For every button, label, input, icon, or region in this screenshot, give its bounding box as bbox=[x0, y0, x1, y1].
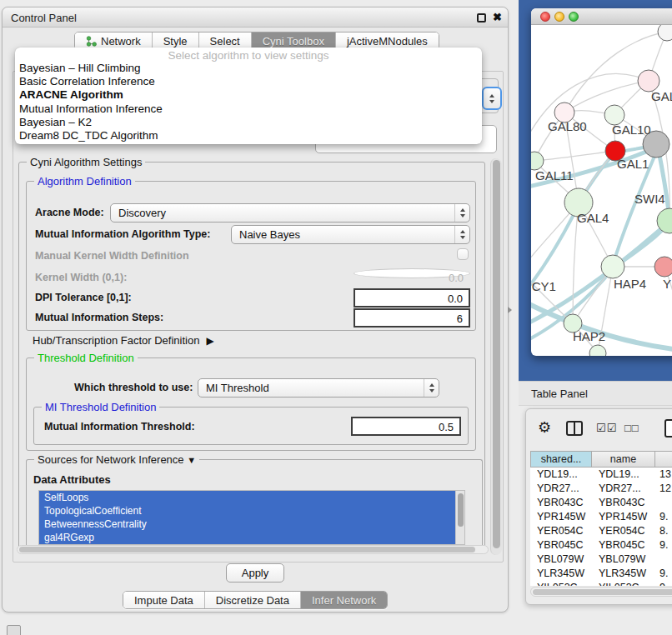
algorithm-option-highlighted[interactable]: ARACNE Algorithm bbox=[15, 88, 482, 102]
cyni-algorithm-settings-group: Cyni Algorithm Settings Algorithm Defini… bbox=[18, 162, 485, 553]
node-label: GCY1 bbox=[531, 279, 556, 293]
network-node-y-cut[interactable] bbox=[654, 257, 672, 277]
column-header-name[interactable]: name bbox=[592, 451, 655, 468]
table-panel-window: ⚙ ☑☑ □□ shared... name YDL19...YDL19...1… bbox=[525, 408, 672, 605]
algorithm-option[interactable]: Basic Correlation Inference bbox=[15, 75, 482, 88]
threshold-definition-group: Threshold Definition Which threshold to … bbox=[26, 358, 476, 451]
table-row[interactable]: YBR045CYBR045C9. bbox=[530, 538, 672, 552]
list-item[interactable]: TopologicalCoefficient bbox=[39, 504, 464, 518]
node-table: shared... name YDL19...YDL19...13 YDR27.… bbox=[530, 451, 672, 586]
collapsed-panel-icon[interactable] bbox=[7, 625, 21, 635]
algorithm-option[interactable]: Mutual Information Inference bbox=[15, 102, 482, 116]
table-row[interactable]: YBL079WYBL079W bbox=[530, 552, 672, 567]
kernel-width-field[interactable]: 0.0 bbox=[354, 268, 470, 278]
table-row[interactable]: YER054CYER054C8. bbox=[530, 524, 672, 538]
deselect-all-icon[interactable]: □□ bbox=[624, 422, 639, 434]
new-table-icon[interactable] bbox=[664, 419, 672, 438]
table-row[interactable]: YLR345WYLR345W9. bbox=[530, 567, 672, 581]
apply-button[interactable]: Apply bbox=[226, 563, 284, 582]
columns-icon[interactable] bbox=[566, 421, 583, 436]
table-horizontal-scrollbar bbox=[530, 587, 672, 597]
node-label: HAP4 bbox=[614, 277, 646, 291]
dpi-tolerance-field[interactable]: 0.0 bbox=[354, 288, 470, 308]
zoom-traffic-light[interactable] bbox=[569, 12, 579, 22]
control-panel-titlebar[interactable]: Control Panel ✖ bbox=[3, 8, 508, 28]
node-label: GAL bbox=[651, 89, 672, 103]
node-label: SWI4 bbox=[634, 192, 665, 206]
table-panel-title: Table Panel bbox=[531, 388, 588, 400]
cyni-settings-group-title: Cyni Algorithm Settings bbox=[27, 156, 145, 168]
node-label: GAL10 bbox=[612, 122, 651, 137]
column-header-cut[interactable] bbox=[655, 451, 672, 468]
float-panel-icon[interactable] bbox=[477, 13, 486, 22]
table-row[interactable]: YPR145WYPR145W9. bbox=[530, 510, 672, 524]
algorithm-option[interactable]: Dream8 DC_TDC Algorithm bbox=[15, 129, 482, 142]
collapse-right-icon: ▶ bbox=[206, 335, 213, 347]
table-row[interactable]: YIL053CYIL053C9 bbox=[530, 581, 672, 586]
settings-horizontal-scrollbar bbox=[17, 545, 489, 554]
network-view-area: GAL GAL80 GAL10 GAL1 GAL11 SWI4 GAL4 HAP… bbox=[519, 0, 672, 381]
mi-steps-label: Mutual Information Steps: bbox=[35, 312, 163, 323]
tab-select[interactable]: Select bbox=[198, 32, 251, 49]
hub-transcription-factor-toggle[interactable]: Hub/Transcription Factor Definition▶ bbox=[33, 334, 214, 347]
list-vertical-scrollbar bbox=[455, 491, 464, 544]
data-attributes-list: SelfLoops TopologicalCoefficient Between… bbox=[38, 490, 465, 545]
manual-kernel-width-checkbox[interactable] bbox=[457, 248, 469, 260]
minimize-traffic-light[interactable] bbox=[554, 12, 564, 22]
bottom-tab-bar: Impute Data Discretize Data Infer Networ… bbox=[123, 591, 388, 609]
network-window-titlebar[interactable] bbox=[531, 8, 672, 25]
network-node-gal11[interactable] bbox=[531, 152, 544, 170]
column-header-shared[interactable]: shared... bbox=[530, 451, 592, 468]
tab-infer-network[interactable]: Infer Network bbox=[300, 592, 387, 608]
list-item[interactable]: SelfLoops bbox=[39, 491, 464, 504]
tab-jactivemnodules[interactable]: jActiveMNodules bbox=[335, 32, 439, 49]
scrollbar-thumb[interactable] bbox=[19, 547, 475, 552]
algorithm-dropdown-popup: Select algorithm to view settings Bayesi… bbox=[15, 48, 482, 144]
kernel-width-label: Kernel Width (0,1): bbox=[35, 272, 127, 283]
expand-down-icon[interactable]: ▼ bbox=[187, 455, 196, 465]
table-row[interactable]: YBR043CYBR043C bbox=[530, 496, 672, 510]
mi-steps-field[interactable]: 6 bbox=[354, 308, 470, 328]
table-row[interactable]: YDR27...YDR27...12 bbox=[530, 482, 672, 496]
list-item[interactable]: BetweennessCentrality bbox=[39, 518, 464, 531]
network-node-top[interactable] bbox=[658, 25, 672, 41]
aracne-mode-combo[interactable]: Discovery bbox=[110, 203, 470, 222]
combo-spinner-icon bbox=[424, 379, 439, 397]
tab-network[interactable]: Network bbox=[75, 32, 152, 49]
combo-spinner-icon bbox=[454, 204, 469, 222]
panel-divider-arrow-icon[interactable] bbox=[508, 307, 512, 313]
network-icon bbox=[86, 36, 97, 47]
tab-style[interactable]: Style bbox=[152, 32, 198, 49]
close-traffic-light[interactable] bbox=[540, 12, 550, 22]
network-canvas[interactable]: GAL GAL80 GAL10 GAL1 GAL11 SWI4 GAL4 HAP… bbox=[531, 25, 672, 356]
which-threshold-combo[interactable]: MI Threshold bbox=[198, 378, 439, 398]
close-icon[interactable]: ✖ bbox=[493, 11, 502, 23]
scrollbar-thumb[interactable] bbox=[458, 493, 464, 527]
table-panel-header: Table Panel bbox=[519, 381, 672, 406]
tab-discretize-data[interactable]: Discretize Data bbox=[204, 592, 300, 608]
settings-scroll-panel: Cyni Algorithm Settings Algorithm Defini… bbox=[13, 71, 504, 562]
node-label: HAP2 bbox=[573, 329, 605, 343]
desktop: Control Panel ✖ Network Style Select Cyn… bbox=[0, 0, 672, 635]
list-item[interactable]: gal4RGexp bbox=[39, 531, 464, 544]
table-row[interactable]: YDL19...YDL19...13 bbox=[530, 468, 672, 482]
mi-threshold-field[interactable]: 0.5 bbox=[351, 417, 461, 436]
mi-threshold-definition-group: MI Threshold Definition Mutual Informati… bbox=[33, 407, 469, 445]
gear-icon[interactable]: ⚙ bbox=[538, 420, 551, 435]
algorithm-option[interactable]: Bayesian – K2 bbox=[15, 116, 482, 129]
combo-spinner-icon bbox=[454, 226, 469, 243]
network-node-hap4[interactable] bbox=[601, 255, 624, 278]
table-header-row: shared... name bbox=[530, 451, 672, 468]
focused-combo-spinner-fragment[interactable] bbox=[482, 87, 502, 110]
algorithm-option[interactable]: Bayesian – Hill Climbing bbox=[15, 62, 482, 75]
tab-cyni-toolbox[interactable]: Cyni Toolbox bbox=[251, 32, 335, 49]
tab-impute-data[interactable]: Impute Data bbox=[123, 592, 204, 608]
tab-network-label: Network bbox=[101, 35, 141, 48]
scrollbar-thumb[interactable] bbox=[533, 589, 672, 595]
select-all-icon[interactable]: ☑☑ bbox=[596, 422, 617, 434]
aracne-mode-label: Aracne Mode: bbox=[35, 207, 104, 218]
mi-algorithm-type-combo[interactable]: Naive Bayes bbox=[231, 225, 470, 244]
node-label: GAL11 bbox=[535, 168, 574, 182]
table-toolbar: ⚙ ☑☑ □□ bbox=[526, 414, 672, 446]
scrollbar-thumb[interactable] bbox=[493, 160, 500, 548]
